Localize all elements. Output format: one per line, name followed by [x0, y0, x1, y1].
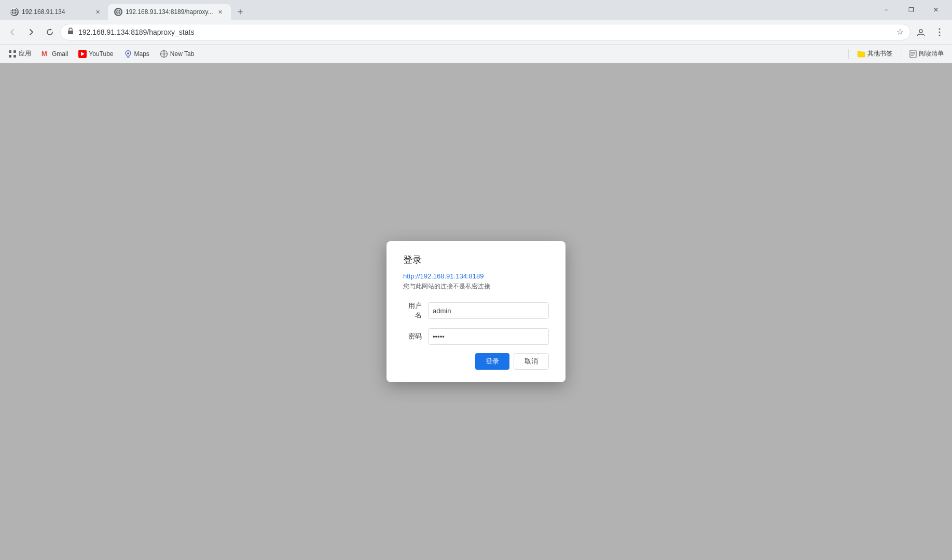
password-label: 密码: [403, 332, 422, 341]
bookmark-apps[interactable]: 应用: [4, 47, 35, 60]
bookmark-other[interactable]: 其他书签: [853, 47, 896, 60]
chrome-titlebar: 192.168.91.134 ✕ 192.168.91.134:8189/hap…: [0, 0, 952, 20]
other-bookmarks-label: 其他书签: [867, 49, 892, 58]
tab-1[interactable]: 192.168.91.134 ✕: [4, 4, 108, 20]
svg-rect-7: [9, 50, 11, 53]
close-button[interactable]: ✕: [924, 0, 948, 20]
separator: [848, 49, 849, 59]
modal-overlay: 登录 http://192.168.91.134:8189 您与此网站的连接不是…: [0, 63, 952, 560]
dialog-description: 您与此网站的连接不是私密连接: [403, 282, 549, 291]
nav-right-icons: [913, 24, 948, 40]
svg-rect-8: [13, 50, 16, 53]
window-controls: − ❐ ✕: [870, 0, 952, 20]
forward-button[interactable]: [23, 24, 39, 40]
tab-2-close[interactable]: ✕: [216, 8, 225, 16]
bookmarks-right: 其他书签 阅读清单: [846, 47, 948, 60]
star-icon[interactable]: ☆: [896, 27, 904, 37]
maps-label: Maps: [134, 50, 149, 58]
svg-point-5: [939, 31, 941, 33]
tab-2-favicon: [114, 8, 122, 16]
refresh-button[interactable]: [42, 24, 58, 40]
back-button[interactable]: [4, 24, 21, 40]
svg-point-11: [127, 52, 129, 54]
youtube-label: YouTube: [89, 50, 113, 58]
lock-icon: [67, 27, 74, 36]
newtab-icon: [160, 50, 168, 58]
dialog-title: 登录: [403, 254, 549, 266]
newtab-label: New Tab: [170, 50, 194, 58]
address-bar[interactable]: 192.168.91.134:8189/haproxy_stats ☆: [60, 24, 910, 40]
svg-rect-2: [68, 31, 73, 34]
password-row: 密码: [403, 328, 549, 345]
nav-bar: 192.168.91.134:8189/haproxy_stats ☆: [0, 20, 952, 45]
login-dialog: 登录 http://192.168.91.134:8189 您与此网站的连接不是…: [387, 241, 565, 382]
reading-list-icon: [909, 50, 917, 58]
username-input[interactable]: [428, 302, 549, 319]
svg-point-4: [939, 28, 941, 30]
youtube-icon: [78, 50, 87, 58]
username-row: 用户名: [403, 301, 549, 320]
svg-point-12: [127, 57, 130, 58]
address-text: 192.168.91.134:8189/haproxy_stats: [78, 28, 892, 36]
tab-2[interactable]: 192.168.91.134:8189/haproxy... ✕: [108, 4, 231, 20]
apps-icon: [8, 50, 17, 58]
password-input[interactable]: [428, 328, 549, 345]
svg-rect-9: [9, 55, 11, 58]
separator2: [901, 49, 901, 59]
username-label: 用户名: [403, 301, 422, 320]
restore-button[interactable]: ❐: [899, 0, 923, 20]
tab-1-favicon: [10, 8, 19, 16]
dialog-buttons: 登录 取消: [403, 353, 549, 370]
reading-list-label: 阅读清单: [919, 49, 944, 58]
tab-2-title: 192.168.91.134:8189/haproxy...: [126, 8, 213, 16]
minimize-button[interactable]: −: [874, 0, 898, 20]
login-button[interactable]: 登录: [475, 353, 509, 370]
account-icon[interactable]: [913, 24, 929, 40]
bookmark-gmail[interactable]: M Gmail: [37, 48, 72, 60]
svg-point-3: [919, 30, 922, 33]
apps-label: 应用: [19, 49, 31, 58]
maps-icon: [124, 50, 132, 58]
dialog-url: http://192.168.91.134:8189: [403, 272, 549, 280]
tab-1-title: 192.168.91.134: [22, 8, 90, 16]
cancel-button[interactable]: 取消: [514, 353, 549, 370]
tab-strip: 192.168.91.134 ✕ 192.168.91.134:8189/hap…: [0, 0, 870, 20]
menu-dots-icon[interactable]: [931, 24, 948, 40]
tab-1-close[interactable]: ✕: [93, 8, 102, 16]
bookmark-youtube[interactable]: YouTube: [74, 48, 117, 60]
gmail-label: Gmail: [52, 50, 68, 58]
new-tab-button[interactable]: ＋: [233, 4, 247, 19]
bookmarks-bar: 应用 M Gmail YouTube Maps New Tab: [0, 45, 952, 63]
bookmark-reading-list[interactable]: 阅读清单: [905, 47, 948, 60]
bookmark-newtab[interactable]: New Tab: [156, 48, 198, 60]
svg-point-6: [939, 34, 941, 36]
gmail-icon: M: [42, 50, 50, 58]
page-content: 登录 http://192.168.91.134:8189 您与此网站的连接不是…: [0, 63, 952, 560]
bookmark-maps[interactable]: Maps: [120, 48, 154, 60]
svg-rect-10: [13, 55, 16, 58]
folder-icon: [857, 50, 865, 58]
